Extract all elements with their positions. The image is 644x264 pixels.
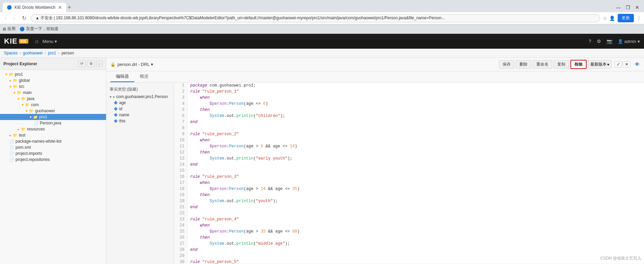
tab-overview[interactable]: 概述 <box>134 71 154 82</box>
close-btn[interactable]: ✕ <box>633 3 641 11</box>
tab-editor[interactable]: 编辑器 <box>110 71 134 82</box>
file-dropdown-btn[interactable]: person.drl - DRL ▾ <box>117 62 153 67</box>
line-code-13[interactable]: System.out.println("early youth"); <box>187 155 644 162</box>
code-line-8: 8 <box>174 125 644 131</box>
gear-icon[interactable]: ⚙ <box>597 39 601 44</box>
expand-btn[interactable]: ⤢ <box>614 61 622 68</box>
line-code-15[interactable] <box>187 168 644 174</box>
eye-btn[interactable]: 👁 <box>635 62 640 68</box>
refresh-btn[interactable]: ↻ <box>20 14 28 22</box>
menu-btn[interactable]: Menu ▾ <box>43 39 57 44</box>
tree-item-pro1-root[interactable]: ▾ 📁 pro1 <box>0 71 106 77</box>
line-code-6[interactable]: System.out.println("children"); <box>187 113 644 119</box>
tree-item-pom-xml[interactable]: 📄 pom.xml <box>0 144 106 150</box>
tree-item-project-repos[interactable]: 📄 project.repositories <box>0 157 106 163</box>
line-code-8[interactable] <box>187 125 644 131</box>
line-code-12[interactable]: then <box>187 149 644 155</box>
line-code-23[interactable]: rule "rule_person_4" <box>187 216 644 222</box>
url-input[interactable] <box>31 14 600 22</box>
line-code-27[interactable]: System.out.println("middle age"); <box>187 241 644 247</box>
line-code-9[interactable]: rule "rule_person_2" <box>187 131 644 137</box>
line-code-18[interactable]: $person:Person(age > 14 && age <= 35) <box>187 186 644 192</box>
line-code-3[interactable]: when <box>187 95 644 101</box>
line-code-2[interactable]: rule "rule_person_1" <box>187 89 644 95</box>
fact-field-age[interactable]: age <box>106 100 173 106</box>
folder-icon: 📁 <box>13 133 18 138</box>
delete-btn[interactable]: 删除 <box>516 60 531 69</box>
line-code-14[interactable]: end <box>187 162 644 168</box>
restore-btn[interactable]: ❐ <box>624 3 632 11</box>
tree-item-guohaowei[interactable]: ▾ 📁 guohaowei <box>0 108 106 114</box>
latest-version-label: 最新版本 <box>590 62 607 67</box>
sidebar-settings-btn[interactable]: ⚙ <box>87 61 95 67</box>
line-code-19[interactable]: then <box>187 192 644 198</box>
line-code-4[interactable]: $person:Person(age <= 6) <box>187 101 644 107</box>
breadcrumb-guohaowei[interactable]: guohaowei <box>23 51 43 55</box>
tree-item-main[interactable]: ▾ 📁 main <box>0 90 106 96</box>
tree-item-test[interactable]: ▸ 📁 test <box>0 132 106 138</box>
line-code-10[interactable]: when <box>187 137 644 143</box>
bookmark-apps[interactable]: ⊞ 应用 <box>3 26 16 32</box>
breadcrumb-spaces[interactable]: Spaces <box>4 51 18 55</box>
fact-expand-icon: ▾ <box>110 95 111 99</box>
code-line-22: 22 <box>174 210 644 216</box>
validate-btn[interactable]: 检验 <box>570 60 587 69</box>
bookmark-baidu[interactable]: 🔵 百度一下，你知道 <box>20 26 58 32</box>
line-code-17[interactable]: when <box>187 180 644 186</box>
code-scroll[interactable]: 1 package com.guohaowei.pro1; 2 rule "ru… <box>174 82 644 264</box>
copy-btn[interactable]: 复制 <box>554 60 569 69</box>
bookmark-icon[interactable]: ☆ <box>603 16 607 21</box>
latest-version-dropdown[interactable]: 最新版本 ▾ <box>588 60 612 69</box>
code-line-27: 27 System.out.println("middle age"); <box>174 241 644 247</box>
line-code-24[interactable]: when <box>187 222 644 229</box>
line-code-5[interactable]: then <box>187 107 644 113</box>
save-btn[interactable]: 保存 <box>499 60 514 69</box>
breadcrumb-pro1[interactable]: pro1 <box>48 51 56 55</box>
fact-field-name[interactable]: name <box>106 112 173 118</box>
line-code-25[interactable]: $person:Person(age > 35 && age <= 60) <box>187 229 644 235</box>
line-code-29[interactable] <box>187 253 644 259</box>
line-code-30[interactable]: rule "rule_person_5" <box>187 259 644 264</box>
tree-item-project-imports[interactable]: 📄 project.imports <box>0 150 106 157</box>
sidebar-collapse-btn[interactable]: ‹ <box>97 61 103 67</box>
update-btn[interactable]: 更新 <box>618 14 634 22</box>
tab-close-btn[interactable]: ✕ <box>58 5 62 10</box>
minimize-btn[interactable]: — <box>614 3 622 11</box>
line-code-21[interactable]: end <box>187 204 644 210</box>
tree-item-package-names[interactable]: 📄 package-names-white-list <box>0 138 106 144</box>
user-chevron-icon: ▾ <box>638 39 640 44</box>
home-btn[interactable]: ⌂ <box>35 38 38 44</box>
sidebar-title: Project Explorer <box>3 61 37 66</box>
line-code-20[interactable]: System.out.println("youth"); <box>187 198 644 204</box>
code-area: 1 package com.guohaowei.pro1; 2 rule "ru… <box>174 82 644 264</box>
fact-field-id[interactable]: id <box>106 106 173 112</box>
sidebar-refresh-btn[interactable]: ⟳ <box>78 61 86 67</box>
line-code-1[interactable]: package com.guohaowei.pro1; <box>187 82 644 89</box>
camera-icon[interactable]: 📷 <box>607 39 612 44</box>
line-code-7[interactable]: end <box>187 119 644 125</box>
new-tab-btn[interactable]: + <box>68 4 71 11</box>
line-code-28[interactable]: end <box>187 247 644 253</box>
rename-btn[interactable]: 重命名 <box>533 60 552 69</box>
tree-item-person-java[interactable]: 📄 Person.java <box>0 120 106 126</box>
editor-header: 🔒 person.drl - DRL ▾ 保存 删除 重命名 复制 检验 最新版… <box>106 58 644 71</box>
tree-item-global[interactable]: ▸ 📁 global <box>0 77 106 83</box>
settings-icon[interactable]: ⋮ <box>637 16 641 21</box>
tree-item-pro1-selected[interactable]: ▾ 📁 pro1 <box>0 114 106 120</box>
forward-btn[interactable]: › <box>11 15 17 22</box>
profile-icon[interactable]: 👤 <box>609 16 615 21</box>
back-btn[interactable]: ‹ <box>3 15 8 22</box>
line-code-11[interactable]: $person:Person(age > 6 && age <= 14) <box>187 143 644 149</box>
tree-item-java[interactable]: ▾ 📁 java <box>0 96 106 102</box>
tree-item-com[interactable]: ▾ 📁 com <box>0 102 106 108</box>
help-icon[interactable]: ? <box>589 39 591 44</box>
user-btn[interactable]: 👤 admin ▾ <box>618 39 640 44</box>
fact-field-this[interactable]: this <box>106 118 173 124</box>
line-code-26[interactable]: then <box>187 235 644 241</box>
line-code-16[interactable]: rule "rule_person_3" <box>187 174 644 180</box>
fact-entity[interactable]: ▾ ● com.guohaowei.pro1.Person <box>106 94 173 100</box>
close-editor-btn[interactable]: ✕ <box>623 61 630 68</box>
tree-item-resources[interactable]: ▸ 📁 resources <box>0 126 106 132</box>
tree-item-src[interactable]: ▾ 📁 src <box>0 83 106 90</box>
line-code-22[interactable] <box>187 210 644 216</box>
